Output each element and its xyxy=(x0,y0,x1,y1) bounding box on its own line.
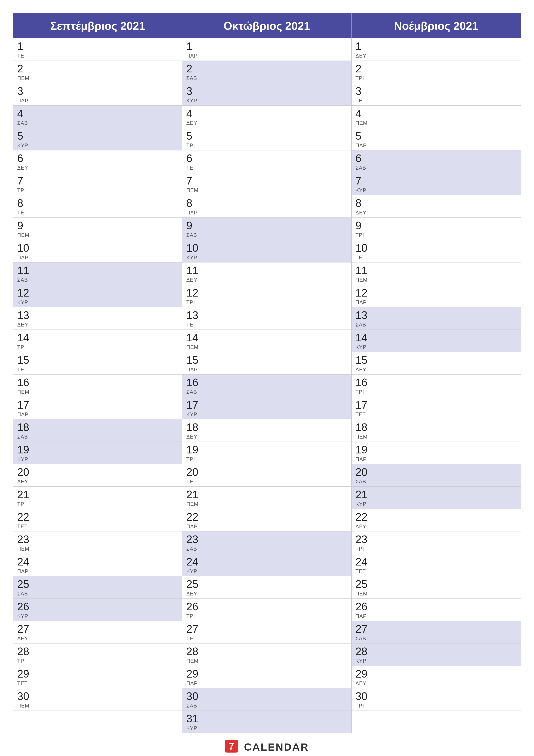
day-cell-m0-d9: 9ΠΕΜ xyxy=(13,218,182,240)
day-name: ΤΕΤ xyxy=(355,97,517,104)
day-number: 26 xyxy=(355,601,517,613)
day-cell-m1-d26: 26ΤΡΙ xyxy=(182,599,351,621)
day-number: 11 xyxy=(355,265,517,277)
footer-empty-right xyxy=(352,733,521,756)
day-name: ΚΥΡ xyxy=(17,143,178,148)
day-name: ΚΥΡ xyxy=(186,725,347,731)
day-name: ΤΕΤ xyxy=(17,366,178,373)
day-name: ΣΑΒ xyxy=(17,120,178,126)
logo-icon: 7 xyxy=(225,740,238,754)
day-number: 25 xyxy=(186,579,347,590)
day-name: ΔΕΥ xyxy=(355,210,517,216)
day-name: ΤΡΙ xyxy=(186,299,347,305)
day-cell-m2-d5: 5ΠΑΡ xyxy=(352,128,521,150)
day-name: ΠΕΜ xyxy=(355,277,517,283)
day-number: 4 xyxy=(17,108,178,120)
day-name: ΚΥΡ xyxy=(355,501,517,507)
day-cell-m0-d21: 21ΤΡΙ xyxy=(13,487,182,509)
day-cell-m0-d30: 30ΠΕΜ xyxy=(13,688,182,711)
day-number: 23 xyxy=(17,534,178,546)
days-container: 1ΤΕΤ1ΠΑΡ1ΔΕΥ2ΠΕΜ2ΣΑΒ2ΤΡΙ3ΠΑΡ3ΚΥΡ3ΤΕΤ4ΣΑΒ… xyxy=(13,39,521,733)
day-number: 2 xyxy=(355,63,517,75)
day-name: ΣΑΒ xyxy=(355,165,517,171)
day-name: ΠΑΡ xyxy=(17,97,178,104)
day-number: 1 xyxy=(186,40,347,52)
day-cell-m2-d6: 6ΣΑΒ xyxy=(352,150,521,173)
month-header-nov: Νοέμβριος 2021 xyxy=(352,14,521,39)
day-cell-m2-d28: 28ΚΥΡ xyxy=(352,643,521,666)
day-cell-m1-d22: 22ΠΑΡ xyxy=(182,509,351,531)
day-name: ΔΕΥ xyxy=(355,53,517,59)
day-number: 9 xyxy=(186,220,347,232)
day-name: ΤΕΤ xyxy=(355,411,517,418)
day-cell-m0-d19: 19ΚΥΡ xyxy=(13,442,182,464)
day-name: ΠΑΡ xyxy=(186,366,347,373)
day-cell-m1-d2: 2ΣΑΒ xyxy=(182,61,351,83)
day-cell-m1-d6: 6ΤΕΤ xyxy=(182,150,351,173)
day-number: 3 xyxy=(186,85,347,97)
day-cell-m0-d22: 22ΤΕΤ xyxy=(13,509,182,531)
day-name: ΣΑΒ xyxy=(17,277,178,283)
day-number: 20 xyxy=(186,466,347,478)
days-row-18: 18ΣΑΒ18ΔΕΥ18ΠΕΜ xyxy=(13,419,521,442)
day-name: ΚΥΡ xyxy=(186,97,347,104)
day-name: ΚΥΡ xyxy=(355,344,517,350)
day-name: ΚΥΡ xyxy=(17,613,178,619)
day-cell-m0-d20: 20ΔΕΥ xyxy=(13,464,182,486)
day-cell-m1-d25: 25ΔΕΥ xyxy=(182,576,351,599)
day-number: 15 xyxy=(17,354,178,366)
day-cell-m0-d26: 26ΚΥΡ xyxy=(13,599,182,621)
footer-row: 7 CALENDAR xyxy=(13,733,521,756)
day-name: ΤΡΙ xyxy=(186,143,347,148)
day-number: 29 xyxy=(17,668,178,680)
day-cell-m1-d15: 15ΠΑΡ xyxy=(182,352,351,374)
days-row-11: 11ΣΑΒ11ΔΕΥ11ΠΕΜ xyxy=(13,262,521,285)
days-row-26: 26ΚΥΡ26ΤΡΙ26ΠΑΡ xyxy=(13,599,521,621)
day-number: 27 xyxy=(355,623,517,635)
day-cell-m1-d31: 31ΚΥΡ xyxy=(182,711,351,733)
day-cell-m0-d18: 18ΣΑΒ xyxy=(13,419,182,442)
day-number: 12 xyxy=(355,287,517,299)
day-number: 17 xyxy=(355,399,517,411)
day-name: ΠΕΜ xyxy=(17,546,178,552)
day-cell-m2-d29: 29ΔΕΥ xyxy=(352,666,521,688)
day-number: 13 xyxy=(17,310,178,321)
day-number: 1 xyxy=(17,40,178,52)
day-number: 16 xyxy=(186,377,347,389)
day-number: 14 xyxy=(355,332,517,344)
day-name: ΠΑΡ xyxy=(186,680,347,687)
days-row-20: 20ΔΕΥ20ΤΕΤ20ΣΑΒ xyxy=(13,464,521,486)
day-number: 29 xyxy=(355,668,517,680)
days-row-28: 28ΤΡΙ28ΠΕΜ28ΚΥΡ xyxy=(13,643,521,666)
day-name: ΠΕΜ xyxy=(186,344,347,350)
logo-text: CALENDAR xyxy=(244,741,309,753)
day-name: ΔΕΥ xyxy=(186,434,347,440)
day-cell-m1-d4: 4ΔΕΥ xyxy=(182,106,351,128)
day-number: 4 xyxy=(186,108,347,120)
day-number: 10 xyxy=(186,242,347,254)
day-cell-m1-d5: 5ΤΡΙ xyxy=(182,128,351,150)
day-cell-m0-d6: 6ΔΕΥ xyxy=(13,150,182,173)
days-row-1: 1ΤΕΤ1ΠΑΡ1ΔΕΥ xyxy=(13,39,521,61)
days-row-9: 9ΠΕΜ9ΣΑΒ9ΤΡΙ xyxy=(13,217,521,240)
day-cell-m0-d24: 24ΠΑΡ xyxy=(13,554,182,576)
day-name: ΤΕΤ xyxy=(186,322,347,328)
day-cell-m2-d13: 13ΣΑΒ xyxy=(352,307,521,330)
day-name: ΠΕΜ xyxy=(355,120,517,126)
day-name: ΠΑΡ xyxy=(186,210,347,216)
month-header-sep: Σεπτέμβριος 2021 xyxy=(13,14,182,39)
day-cell-m2-d11: 11ΠΕΜ xyxy=(352,262,521,285)
day-number: 24 xyxy=(355,556,517,568)
day-number: 15 xyxy=(186,354,347,366)
day-number: 23 xyxy=(186,534,347,546)
day-cell-m1-d29: 29ΠΑΡ xyxy=(182,666,351,688)
day-name: ΣΑΒ xyxy=(186,389,347,395)
day-name: ΠΑΡ xyxy=(186,53,347,59)
day-number: 16 xyxy=(17,377,178,389)
svg-text:7: 7 xyxy=(229,741,234,751)
days-row-29: 29ΤΕΤ29ΠΑΡ29ΔΕΥ xyxy=(13,666,521,688)
day-name: ΤΡΙ xyxy=(186,613,347,619)
days-row-5: 5ΚΥΡ5ΤΡΙ5ΠΑΡ xyxy=(13,128,521,150)
header-row: Σεπτέμβριος 2021 Οκτώβριος 2021 Νοέμβριο… xyxy=(13,14,521,39)
day-cell-m1-d27: 27ΤΕΤ xyxy=(182,621,351,643)
